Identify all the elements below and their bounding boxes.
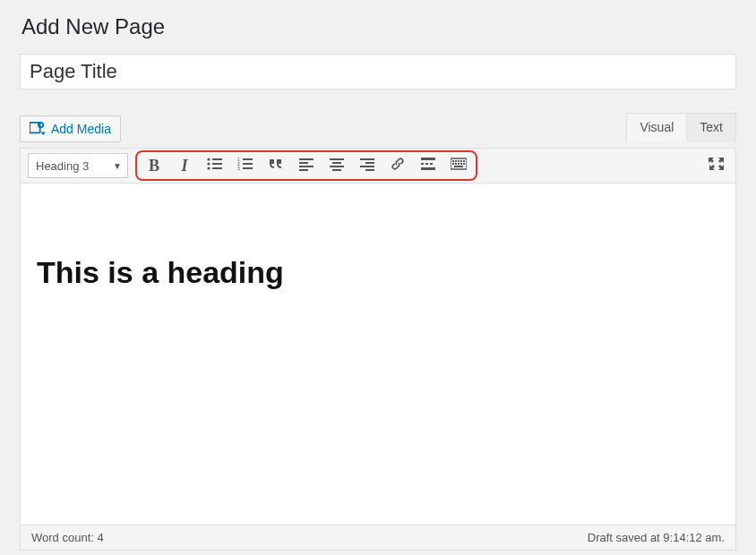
svg-rect-40: [460, 163, 462, 165]
chevron-down-icon: ▼: [113, 161, 122, 171]
align-left-icon: [298, 157, 314, 175]
svg-point-6: [207, 166, 210, 169]
add-media-label: Add Media: [51, 122, 111, 136]
svg-rect-30: [421, 167, 435, 170]
bullet-list-icon: [207, 157, 223, 175]
svg-text:3: 3: [237, 166, 240, 171]
svg-rect-36: [463, 160, 465, 162]
link-icon: [390, 157, 406, 175]
tab-text[interactable]: Text: [687, 113, 736, 142]
blockquote-button[interactable]: [262, 154, 289, 177]
svg-rect-19: [332, 162, 341, 164]
svg-rect-29: [430, 163, 433, 165]
numbered-list-icon: 1 2 3: [237, 157, 253, 175]
svg-rect-20: [330, 166, 344, 167]
svg-rect-34: [458, 160, 460, 162]
svg-point-2: [207, 158, 210, 160]
svg-rect-24: [360, 166, 374, 167]
svg-rect-33: [455, 160, 457, 162]
svg-rect-37: [452, 163, 454, 165]
svg-rect-13: [243, 167, 253, 169]
editor-page: Add New Page Add Media Visual Text Headi…: [0, 0, 756, 555]
numbered-list-button[interactable]: 1 2 3: [232, 154, 259, 177]
toolbar-button-group: B I 1 2 3: [135, 150, 477, 181]
svg-rect-38: [455, 163, 457, 165]
svg-point-1: [39, 122, 43, 126]
svg-point-4: [207, 162, 210, 165]
fullscreen-icon: [709, 157, 725, 175]
svg-rect-35: [460, 160, 462, 162]
bold-button[interactable]: B: [141, 154, 168, 177]
fullscreen-button[interactable]: [703, 154, 730, 177]
svg-rect-14: [299, 158, 314, 160]
svg-rect-27: [421, 163, 424, 165]
svg-rect-16: [299, 166, 314, 167]
svg-rect-26: [421, 158, 435, 160]
draft-saved-status: Draft saved at 9:14:12 am.: [588, 531, 725, 544]
svg-rect-18: [330, 158, 344, 160]
editor-top-row: Add Media Visual Text: [20, 113, 736, 142]
toolbar-toggle-button[interactable]: [445, 154, 472, 177]
svg-rect-11: [243, 163, 253, 165]
italic-button[interactable]: I: [171, 154, 198, 177]
word-count: Word count: 4: [31, 531, 104, 544]
svg-rect-28: [425, 163, 428, 165]
svg-rect-7: [212, 167, 222, 169]
page-title: Add New Page: [21, 14, 736, 39]
align-left-button[interactable]: [293, 154, 320, 177]
add-media-button[interactable]: Add Media: [20, 115, 121, 142]
editor-mode-tabs: Visual Text: [626, 113, 736, 142]
svg-rect-39: [458, 163, 460, 165]
editor-content-area[interactable]: This is a heading: [20, 184, 736, 525]
editor-toolbar: Heading 3 ▼ B I 1 2: [20, 148, 736, 184]
svg-rect-41: [463, 163, 465, 165]
svg-rect-42: [454, 166, 463, 167]
read-more-icon: [420, 157, 436, 175]
align-right-icon: [359, 157, 375, 175]
link-button[interactable]: [384, 154, 411, 177]
read-more-button[interactable]: [415, 154, 442, 177]
align-center-icon: [329, 157, 345, 175]
format-dropdown[interactable]: Heading 3 ▼: [28, 153, 128, 178]
svg-rect-22: [360, 158, 374, 160]
status-bar: Word count: 4 Draft saved at 9:14:12 am.: [20, 525, 736, 551]
align-right-button[interactable]: [354, 154, 381, 177]
svg-rect-23: [365, 162, 374, 164]
media-icon: [30, 121, 46, 138]
post-title-input[interactable]: [20, 54, 736, 90]
svg-rect-3: [212, 158, 222, 160]
svg-rect-21: [332, 169, 341, 171]
svg-rect-17: [299, 169, 308, 171]
svg-rect-15: [299, 162, 308, 164]
content-heading: This is a heading: [37, 255, 719, 290]
tab-visual[interactable]: Visual: [626, 113, 687, 142]
format-dropdown-value: Heading 3: [36, 159, 89, 173]
bullet-list-button[interactable]: [202, 154, 228, 177]
svg-rect-5: [212, 163, 222, 165]
blockquote-icon: [268, 157, 284, 175]
keyboard-icon: [451, 157, 467, 175]
align-center-button[interactable]: [323, 154, 350, 177]
svg-rect-9: [243, 158, 253, 160]
svg-rect-32: [452, 160, 454, 162]
svg-rect-25: [365, 169, 374, 171]
